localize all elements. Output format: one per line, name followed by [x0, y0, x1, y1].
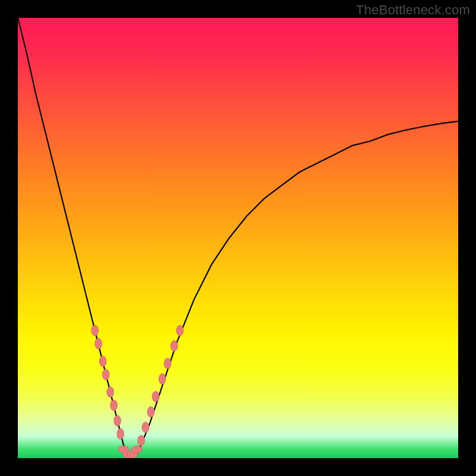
data-marker [159, 374, 166, 384]
curve-layer [18, 18, 458, 458]
data-marker [117, 428, 124, 439]
data-marker [92, 325, 99, 336]
data-marker [171, 340, 178, 351]
data-marker [147, 406, 154, 417]
data-marker [95, 339, 102, 349]
chart-frame: TheBottleneck.com [0, 0, 476, 476]
data-marker [164, 358, 171, 369]
data-marker [114, 415, 121, 426]
data-marker [99, 356, 107, 367]
bottleneck-curve [18, 18, 458, 458]
data-marker [137, 435, 145, 446]
data-marker [107, 387, 114, 397]
data-marker [152, 391, 159, 402]
watermark-text: TheBottleneck.com [356, 2, 470, 18]
data-marker [176, 325, 183, 336]
plot-area [18, 18, 458, 458]
data-markers [92, 325, 184, 458]
data-marker [110, 400, 117, 411]
data-marker [142, 422, 149, 433]
data-marker [102, 369, 109, 380]
data-marker [131, 446, 142, 453]
